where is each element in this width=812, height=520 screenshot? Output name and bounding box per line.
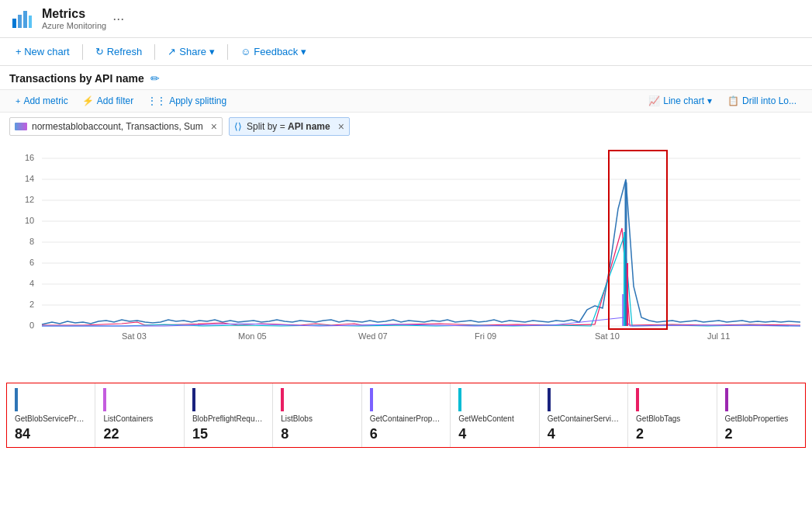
toolbar-divider-2	[154, 44, 155, 60]
legend-item-8: GetBlobProperties 2	[717, 383, 805, 447]
legend-item-4: GetContainerProperties 6	[362, 383, 451, 447]
metric-toolbar-right: 📈 Line chart ▾ 📋 Drill into Lo...	[642, 93, 803, 109]
svg-text:0: 0	[29, 321, 34, 330]
drill-button[interactable]: 📋 Drill into Lo...	[721, 93, 803, 109]
apply-splitting-label: Apply splitting	[169, 95, 226, 106]
legend-area: GetBlobServiceProper... 84 ListContainer…	[6, 383, 806, 448]
chart-svg: 16 14 12 10 8 6 4 2 0 Sat 03 Mon 05 Wed …	[9, 147, 803, 376]
feedback-label: Feedback	[254, 46, 298, 57]
legend-item-7: GetBlobTags 2	[628, 383, 717, 447]
legend-name-3: ListBlobs	[281, 414, 353, 423]
svg-text:Sat 10: Sat 10	[595, 331, 620, 341]
legend-item-6: GetContainerServiceM... 4	[540, 383, 628, 447]
legend-color-2	[192, 388, 195, 411]
plus-icon: +	[16, 96, 20, 106]
legend-name-7: GetBlobTags	[636, 414, 708, 423]
share-icon: ↗	[168, 46, 176, 57]
app-title: Metrics	[42, 7, 106, 21]
add-metric-label: Add metric	[23, 95, 67, 106]
svg-text:Fri 09: Fri 09	[475, 331, 496, 341]
svg-text:4: 4	[29, 279, 34, 288]
legend-color-5	[458, 388, 461, 411]
chart-type-button[interactable]: 📈 Line chart ▾	[642, 93, 718, 109]
legend-item-2: BlobPreflightRequest 15	[185, 383, 273, 447]
svg-text:6: 6	[29, 258, 34, 267]
svg-rect-0	[12, 19, 16, 28]
app-title-block: Metrics Azure Monitoring	[42, 7, 106, 30]
legend-value-7: 2	[636, 426, 708, 442]
legend-name-5: GetWebContent	[458, 414, 530, 423]
legend-name-4: GetContainerProperties	[370, 414, 442, 423]
chart-type-chevron-icon: ▾	[707, 95, 712, 106]
svg-text:Wed 07: Wed 07	[358, 331, 388, 341]
svg-text:Sat 03: Sat 03	[122, 331, 147, 341]
legend-value-6: 4	[548, 426, 620, 442]
legend-color-1	[103, 388, 106, 411]
metric-toolbar-left: + Add metric ⚡ Add filter ⋮⋮ Apply split…	[9, 93, 233, 109]
line-chart-icon: 📈	[648, 95, 660, 106]
feedback-chevron-icon: ▾	[301, 46, 306, 57]
legend-color-3	[281, 388, 284, 411]
legend-value-5: 4	[458, 426, 530, 442]
chart-title: Transactions by API name	[9, 72, 144, 85]
legend-name-8: GetBlobProperties	[725, 414, 797, 423]
legend-value-1: 22	[103, 426, 175, 442]
apply-splitting-button[interactable]: ⋮⋮ Apply splitting	[141, 93, 233, 109]
svg-text:14: 14	[25, 174, 34, 183]
legend-name-1: ListContainers	[103, 414, 175, 423]
refresh-icon: ↻	[95, 46, 104, 57]
main-toolbar: + New chart ↻ Refresh ↗ Share ▾ ☺ Feedba…	[0, 38, 812, 66]
drill-icon: 📋	[727, 95, 739, 106]
legend-value-2: 15	[192, 426, 264, 442]
split-tag-close-button[interactable]: ×	[338, 120, 344, 133]
svg-text:8: 8	[29, 237, 34, 246]
split-icon: ⋮⋮	[147, 95, 166, 106]
legend-color-0	[15, 388, 18, 411]
refresh-button[interactable]: ↻ Refresh	[89, 43, 149, 61]
svg-text:10: 10	[25, 216, 34, 225]
legend-color-8	[725, 388, 728, 411]
svg-text:2: 2	[29, 300, 34, 309]
drill-label: Drill into Lo...	[742, 95, 796, 106]
split-tag: ⟨⟩ Split by = API name ×	[229, 117, 350, 136]
svg-rect-2	[23, 11, 27, 28]
split-tag-label: Split by = API name	[247, 121, 330, 132]
split-tag-icon: ⟨⟩	[234, 121, 242, 132]
feedback-button[interactable]: ☺ Feedback ▾	[234, 43, 313, 61]
chart-title-bar: Transactions by API name ✏	[0, 66, 812, 89]
share-label: Share	[179, 46, 206, 57]
legend-value-8: 2	[725, 426, 797, 442]
add-filter-button[interactable]: ⚡ Add filter	[76, 93, 140, 109]
metric-toolbar: + Add metric ⚡ Add filter ⋮⋮ Apply split…	[0, 89, 812, 113]
legend-name-6: GetContainerServiceM...	[548, 414, 620, 423]
refresh-label: Refresh	[107, 46, 143, 57]
toolbar-divider-3	[227, 44, 228, 60]
share-chevron-icon: ▾	[209, 46, 215, 57]
add-metric-button[interactable]: + Add metric	[9, 93, 74, 109]
legend-value-0: 84	[15, 426, 87, 442]
metric-tag-icon	[15, 123, 27, 130]
chart-type-label: Line chart	[663, 95, 704, 106]
legend-item-5: GetWebContent 4	[451, 383, 539, 447]
app-icon	[9, 6, 34, 31]
legend-item-1: ListContainers 22	[95, 383, 184, 447]
new-chart-button[interactable]: + New chart	[9, 43, 76, 61]
legend-color-4	[370, 388, 373, 411]
share-button[interactable]: ↗ Share ▾	[161, 43, 221, 61]
more-options-button[interactable]: ···	[112, 11, 124, 27]
legend-item-0: GetBlobServiceProper... 84	[7, 383, 95, 447]
svg-rect-3	[29, 16, 32, 28]
feedback-icon: ☺	[240, 46, 251, 57]
legend-color-6	[548, 388, 551, 411]
metric-tag: normestablobaccount, Transactions, Sum ×	[9, 117, 223, 136]
legend-color-7	[636, 388, 639, 411]
filter-icon: ⚡	[82, 95, 94, 106]
legend-value-3: 8	[281, 426, 353, 442]
metric-tag-close-button[interactable]: ×	[211, 120, 217, 133]
edit-title-button[interactable]: ✏	[150, 72, 160, 85]
app-header: Metrics Azure Monitoring ···	[0, 0, 812, 38]
metric-tag-label: normestablobaccount, Transactions, Sum	[32, 121, 203, 132]
filter-tags-bar: normestablobaccount, Transactions, Sum ×…	[0, 113, 812, 140]
add-filter-label: Add filter	[97, 95, 133, 106]
app-subtitle: Azure Monitoring	[42, 21, 106, 30]
